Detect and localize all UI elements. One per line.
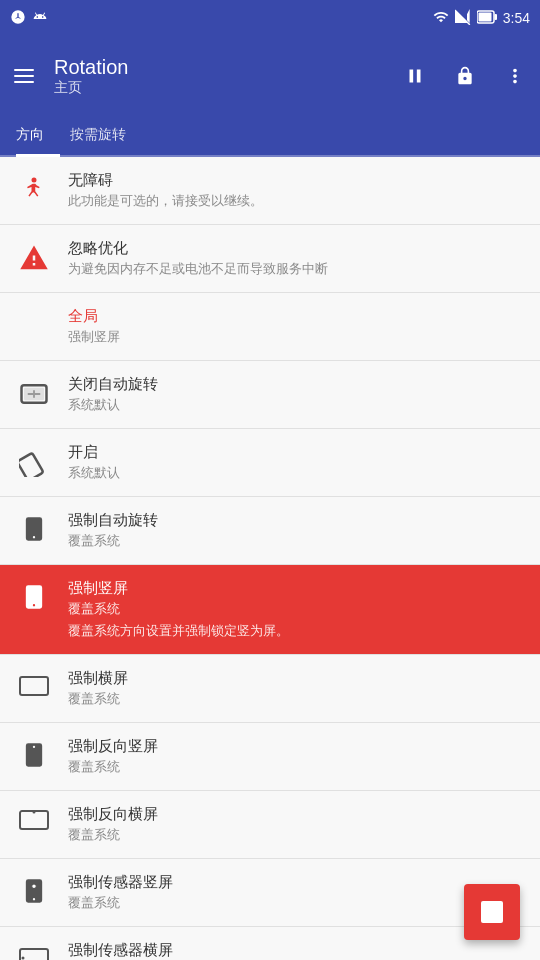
list-item-accessibility[interactable]: 无障碍 此功能是可选的，请接受以继续。	[0, 157, 540, 225]
force-sensor-portrait-icon	[16, 877, 52, 905]
force-portrait-title: 强制竖屏	[68, 579, 524, 598]
open-icon	[16, 447, 52, 477]
force-auto-title: 强制自动旋转	[68, 511, 524, 530]
wifi-icon	[433, 9, 449, 28]
app-subtitle: 主页	[54, 79, 384, 97]
force-sensor-portrait-title: 强制传感器竖屏	[68, 873, 524, 892]
accessibility-title: 无障碍	[68, 171, 524, 190]
action-buttons	[400, 61, 530, 91]
force-auto-icon	[16, 515, 52, 543]
tab-direction[interactable]: 方向	[16, 116, 60, 157]
lock-button[interactable]	[450, 61, 480, 91]
force-reverse-landscape-icon	[16, 809, 52, 833]
notification-icon	[10, 9, 26, 28]
accessibility-text: 无障碍 此功能是可选的，请接受以继续。	[68, 171, 524, 210]
force-sensor-portrait-text: 强制传感器竖屏 覆盖系统	[68, 873, 524, 912]
force-auto-text: 强制自动旋转 覆盖系统	[68, 511, 524, 550]
battery-icon	[477, 10, 497, 27]
pause-button[interactable]	[400, 61, 430, 91]
close-auto-subtitle: 系统默认	[68, 396, 524, 414]
open-text: 开启 系统默认	[68, 443, 524, 482]
list-item-open[interactable]: 开启 系统默认	[0, 429, 540, 497]
quanju-text: 全局 强制竖屏	[68, 307, 524, 346]
svg-point-9	[33, 811, 36, 814]
status-bar-right: 3:54	[433, 9, 530, 28]
open-title: 开启	[68, 443, 524, 462]
list-item-quanju[interactable]: 全局 强制竖屏	[0, 293, 540, 361]
accessibility-icon	[16, 175, 52, 205]
force-auto-subtitle: 覆盖系统	[68, 532, 524, 550]
svg-rect-5	[19, 453, 43, 477]
more-button[interactable]	[500, 61, 530, 91]
close-auto-icon	[16, 379, 52, 409]
force-sensor-landscape-text: 强制传感器横屏 覆盖系统	[68, 941, 524, 960]
force-reverse-portrait-title: 强制反向竖屏	[68, 737, 524, 756]
list-item-force-portrait[interactable]: 强制竖屏 覆盖系统 覆盖系统方向设置并强制锁定竖为屏。	[0, 565, 540, 655]
list-item-force-sensor-portrait[interactable]: 强制传感器竖屏 覆盖系统	[0, 859, 540, 927]
accessibility-subtitle: 此功能是可选的，请接受以继续。	[68, 192, 524, 210]
optimize-text: 忽略优化 为避免因内存不足或电池不足而导致服务中断	[68, 239, 524, 278]
force-portrait-text: 强制竖屏 覆盖系统 覆盖系统方向设置并强制锁定竖为屏。	[68, 579, 524, 640]
force-reverse-portrait-subtitle: 覆盖系统	[68, 758, 524, 776]
app-title: Rotation	[54, 56, 384, 79]
force-sensor-landscape-title: 强制传感器横屏	[68, 941, 524, 960]
svg-point-12	[22, 957, 25, 960]
force-landscape-title: 强制横屏	[68, 669, 524, 688]
open-subtitle: 系统默认	[68, 464, 524, 482]
svg-rect-8	[20, 811, 48, 829]
force-portrait-icon	[16, 583, 52, 611]
signal-icon	[455, 9, 471, 28]
list-item-force-landscape[interactable]: 强制横屏 覆盖系统	[0, 655, 540, 723]
android-icon	[32, 9, 48, 28]
list-container[interactable]: 无障碍 此功能是可选的，请接受以继续。 忽略优化 为避免因内存不足或电池不足而导…	[0, 157, 540, 960]
tab-on-demand[interactable]: 按需旋转	[70, 116, 142, 155]
optimize-title: 忽略优化	[68, 239, 524, 258]
list-item-force-sensor-landscape[interactable]: 强制传感器横屏 覆盖系统	[0, 927, 540, 960]
svg-rect-1	[494, 14, 497, 20]
force-portrait-desc: 覆盖系统方向设置并强制锁定竖为屏。	[68, 622, 524, 640]
force-portrait-subtitle: 覆盖系统	[68, 600, 524, 618]
force-landscape-text: 强制横屏 覆盖系统	[68, 669, 524, 708]
svg-rect-2	[478, 12, 491, 21]
list-item-close-auto[interactable]: 关闭自动旋转 系统默认	[0, 361, 540, 429]
quanju-subtitle: 强制竖屏	[68, 328, 524, 346]
list-item-force-reverse-landscape[interactable]: 强制反向横屏 覆盖系统	[0, 791, 540, 859]
time-display: 3:54	[503, 10, 530, 26]
force-landscape-icon	[16, 673, 52, 697]
stop-fab[interactable]	[464, 884, 520, 940]
status-bar: 3:54	[0, 0, 540, 36]
stop-icon	[481, 901, 503, 923]
force-reverse-landscape-title: 强制反向横屏	[68, 805, 524, 824]
list-item-force-reverse-portrait[interactable]: 强制反向竖屏 覆盖系统	[0, 723, 540, 791]
force-sensor-portrait-subtitle: 覆盖系统	[68, 894, 524, 912]
warning-icon	[16, 243, 52, 273]
optimize-subtitle: 为避免因内存不足或电池不足而导致服务中断	[68, 260, 524, 278]
svg-rect-6	[20, 677, 48, 695]
list-item-optimize[interactable]: 忽略优化 为避免因内存不足或电池不足而导致服务中断	[0, 225, 540, 293]
tab-bar: 方向 按需旋转	[0, 116, 540, 157]
menu-button[interactable]	[10, 65, 38, 87]
force-reverse-portrait-icon	[16, 741, 52, 769]
close-auto-title: 关闭自动旋转	[68, 375, 524, 394]
force-reverse-portrait-text: 强制反向竖屏 覆盖系统	[68, 737, 524, 776]
top-bar: Rotation 主页	[0, 36, 540, 116]
title-group: Rotation 主页	[54, 56, 384, 97]
force-reverse-landscape-subtitle: 覆盖系统	[68, 826, 524, 844]
close-auto-text: 关闭自动旋转 系统默认	[68, 375, 524, 414]
force-landscape-subtitle: 覆盖系统	[68, 690, 524, 708]
svg-point-10	[32, 884, 37, 889]
quanju-title: 全局	[68, 307, 524, 326]
force-sensor-landscape-icon	[16, 945, 52, 960]
status-bar-left	[10, 9, 48, 28]
force-reverse-landscape-text: 强制反向横屏 覆盖系统	[68, 805, 524, 844]
list-item-force-auto[interactable]: 强制自动旋转 覆盖系统	[0, 497, 540, 565]
